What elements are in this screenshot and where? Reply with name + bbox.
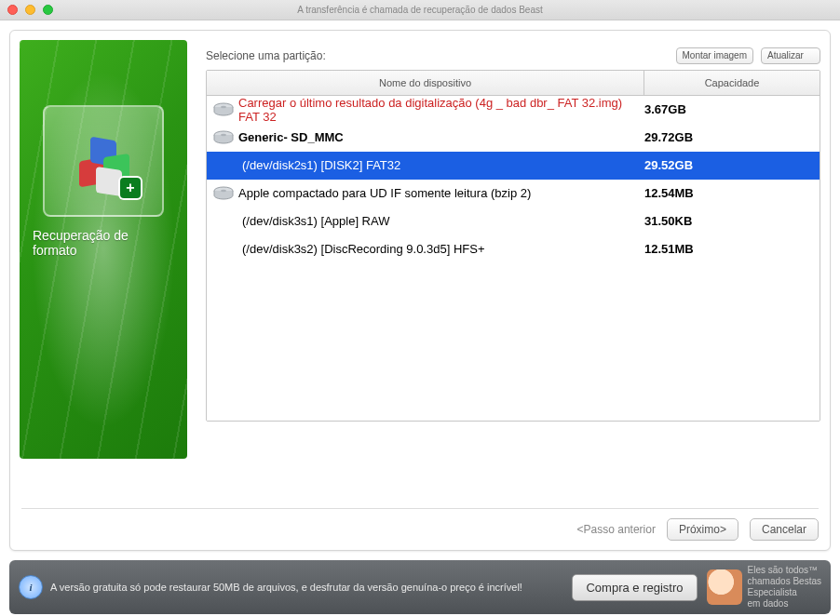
- col-device-name: Nome do dispositivo: [207, 71, 644, 95]
- table-row[interactable]: (/dev/disk3s1) [Apple] RAW31.50KB: [207, 208, 820, 235]
- slogan-line: Especialista: [748, 587, 822, 598]
- cell-device-name: (/dev/disk2s1) [DISK2] FAT32: [207, 158, 644, 172]
- table-header: Nome do dispositivo Capacidade: [207, 71, 820, 96]
- cell-capacity: 31.50KB: [644, 214, 820, 228]
- window-title: A transferência é chamada de recuperação…: [0, 5, 840, 15]
- device-name-text: Carregar o último resultado da digitaliz…: [238, 96, 644, 124]
- cell-device-name: Carregar o último resultado da digitaliz…: [207, 96, 644, 124]
- main-panel: + Recuperação de formato Selecione uma p…: [9, 30, 831, 551]
- disk-icon: [212, 185, 235, 202]
- next-button[interactable]: Próximo>: [667, 518, 738, 541]
- disk-icon: [212, 101, 235, 118]
- cell-capacity: 29.72GB: [644, 130, 820, 144]
- cell-device-name: (/dev/disk3s1) [Apple] RAW: [207, 214, 644, 228]
- device-name-text: (/dev/disk3s1) [Apple] RAW: [242, 214, 389, 228]
- svg-point-3: [221, 133, 226, 135]
- table-row[interactable]: (/dev/disk2s1) [DISK2] FAT3229.52GB: [207, 152, 820, 180]
- table-row[interactable]: Apple compactado para UD IF somente leit…: [207, 180, 820, 208]
- device-name-text: (/dev/disk3s2) [DiscRecording 9.0.3d5] H…: [242, 242, 484, 256]
- partition-prompt: Selecione uma partição:: [206, 49, 326, 62]
- footer-bar: i A versão gratuita só pode restaurar 50…: [9, 560, 831, 614]
- slogan-line: em dados: [748, 598, 822, 609]
- cell-capacity: 3.67GB: [644, 102, 820, 116]
- mode-icon-box: +: [43, 105, 164, 217]
- svg-point-5: [221, 189, 226, 191]
- wizard-nav: <Passo anterior Próximo> Cancelar: [10, 518, 830, 550]
- brand-box: Eles são todos™ chamados Bestas Especial…: [707, 565, 822, 609]
- device-name-text: Apple compactado para UD IF somente leit…: [238, 186, 531, 200]
- zoom-icon[interactable]: [43, 5, 53, 15]
- cell-capacity: 12.54MB: [644, 186, 820, 200]
- cell-device-name: Generic- SD_MMC: [207, 129, 644, 146]
- trial-message: A versão gratuita só pode restaurar 50MB…: [50, 581, 572, 594]
- cell-device-name: (/dev/disk3s2) [DiscRecording 9.0.3d5] H…: [207, 242, 644, 256]
- info-icon: i: [19, 575, 43, 599]
- disk-icon: [212, 129, 235, 146]
- slogan-line: chamados Bestas: [748, 576, 822, 587]
- close-icon[interactable]: [7, 5, 18, 15]
- traffic-lights: [7, 5, 53, 15]
- prev-step-link[interactable]: <Passo anterior: [577, 523, 656, 536]
- buy-register-button[interactable]: Compra e registro: [572, 574, 697, 601]
- device-name-text: Generic- SD_MMC: [238, 130, 344, 144]
- cancel-button[interactable]: Cancelar: [750, 518, 819, 541]
- divider: [21, 508, 819, 509]
- col-capacity: Capacidade: [644, 71, 820, 95]
- svg-point-1: [221, 105, 226, 107]
- content: Selecione uma partição: Montar imagem At…: [206, 40, 820, 488]
- table-row[interactable]: (/dev/disk3s2) [DiscRecording 9.0.3d5] H…: [207, 235, 820, 263]
- mode-label: Recuperação de formato: [33, 228, 174, 258]
- table-row[interactable]: Carregar o último resultado da digitaliz…: [207, 96, 820, 124]
- window-chrome: A transferência é chamada de recuperação…: [0, 0, 840, 20]
- minimize-icon[interactable]: [25, 5, 35, 15]
- cell-device-name: Apple compactado para UD IF somente leit…: [207, 185, 644, 202]
- refresh-button[interactable]: Atualizar: [761, 47, 820, 64]
- sidebar: + Recuperação de formato: [20, 40, 187, 459]
- table-row[interactable]: Generic- SD_MMC29.72GB: [207, 124, 820, 152]
- cell-capacity: 29.52GB: [644, 158, 820, 172]
- device-name-text: (/dev/disk2s1) [DISK2] FAT32: [242, 158, 400, 172]
- slogan-line: Eles são todos™: [748, 565, 822, 576]
- format-recovery-icon: +: [70, 127, 137, 194]
- mount-image-button[interactable]: Montar imagem: [676, 47, 753, 64]
- partition-table: Nome do dispositivo Capacidade Carregar …: [206, 70, 820, 422]
- beast-avatar-icon: [707, 569, 742, 605]
- cell-capacity: 12.51MB: [644, 242, 820, 256]
- brand-slogan: Eles são todos™ chamados Bestas Especial…: [748, 565, 822, 609]
- table-body: Carregar o último resultado da digitaliz…: [207, 96, 820, 421]
